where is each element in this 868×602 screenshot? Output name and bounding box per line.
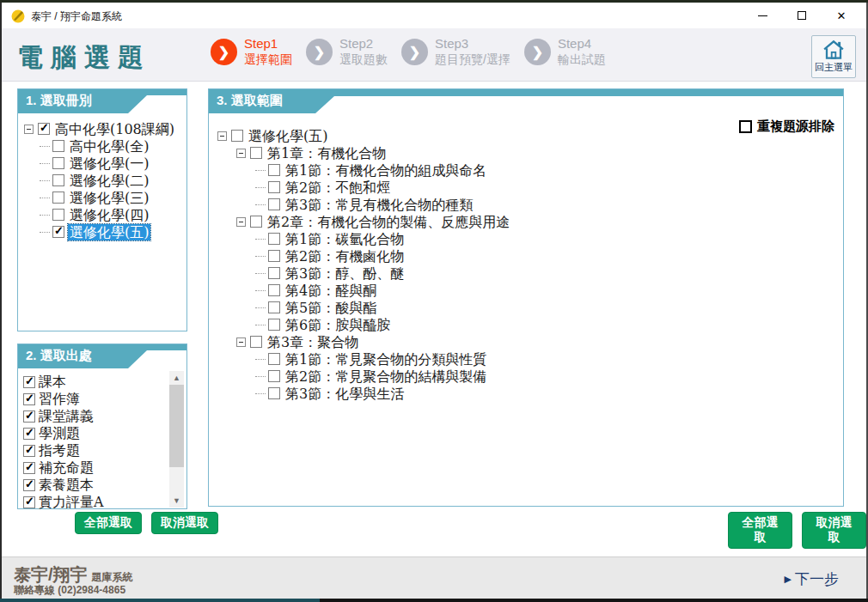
tree-checkbox[interactable]: [268, 198, 280, 210]
panel-range-header: 3. 選取範圍: [209, 89, 843, 113]
tree-item-label[interactable]: 第6節：胺與醯胺: [284, 317, 392, 333]
tree-connector: [40, 180, 50, 181]
tree-checkbox[interactable]: [268, 267, 280, 279]
tree-checkbox[interactable]: [268, 164, 280, 176]
expand-toggle-icon[interactable]: [236, 337, 246, 347]
tree-checkbox[interactable]: [268, 284, 280, 296]
tree-checkbox[interactable]: [268, 250, 280, 262]
source-item-label[interactable]: 課本: [39, 374, 66, 392]
tree-item-label[interactable]: 選修化學(三): [68, 190, 150, 206]
source-checkbox[interactable]: [23, 445, 35, 457]
source-checkbox[interactable]: [23, 393, 35, 405]
expand-toggle-icon[interactable]: [236, 149, 246, 158]
source-select-all-button[interactable]: 全部選取: [75, 512, 142, 534]
tree-item-label[interactable]: 選修化學(五): [68, 224, 150, 240]
scrollbar-thumb[interactable]: [169, 385, 184, 467]
tree-item-label[interactable]: 第5節：酸與酯: [284, 300, 378, 316]
source-checkbox[interactable]: [23, 376, 35, 388]
tree-checkbox[interactable]: [268, 370, 280, 382]
source-checkbox[interactable]: [23, 410, 35, 423]
source-checkbox[interactable]: [23, 496, 35, 508]
source-item-label[interactable]: 素養題本: [39, 477, 94, 495]
tree-checkbox[interactable]: [268, 181, 280, 193]
source-item-label[interactable]: 課堂講義: [39, 408, 94, 426]
source-item-label[interactable]: 學測題: [39, 425, 80, 443]
tree-checkbox[interactable]: [250, 336, 262, 348]
brand-name: 泰宇/翔宇: [14, 565, 88, 584]
scroll-up-icon[interactable]: ▲: [169, 371, 184, 385]
scroll-down-icon[interactable]: ▼: [169, 494, 184, 508]
tree-checkbox[interactable]: [268, 301, 280, 313]
source-item-label[interactable]: 補充命題: [39, 459, 94, 477]
expand-toggle-icon[interactable]: [24, 125, 34, 134]
tree-item-label[interactable]: 第2節：不飽和烴: [284, 179, 392, 196]
tree-checkbox[interactable]: [52, 140, 64, 152]
tree-checkbox[interactable]: [52, 157, 64, 169]
home-menu-button[interactable]: 回主選單: [811, 35, 856, 78]
tree-checkbox[interactable]: [268, 353, 280, 365]
tree-checkbox[interactable]: [268, 233, 280, 245]
tree-item-label[interactable]: 選修化學(五): [247, 128, 329, 144]
tree-item-label[interactable]: 第1節：常見聚合物的分類與性質: [284, 351, 488, 368]
tree-item-label[interactable]: 第1節：碳氫化合物: [284, 231, 406, 247]
source-item: 指考題: [23, 442, 186, 459]
tree-item: 第3節：化學與生活: [212, 385, 843, 402]
volume-tree: 高中化學(108課綱)高中化學(全)選修化學(一)選修化學(二)選修化學(三)選…: [18, 113, 186, 240]
tree-item-label[interactable]: 第2節：有機鹵化物: [284, 248, 406, 265]
tree-item-label[interactable]: 第1章：有機化合物: [266, 145, 388, 161]
duplicate-filter-checkbox[interactable]: [739, 120, 752, 133]
step-2[interactable]: ❯Step2選取題數: [306, 36, 388, 67]
step-indicator: ❯Step1選擇範圍❯Step2選取題數❯Step3題目預覽/選擇❯Step4輸…: [211, 36, 620, 67]
step-1[interactable]: ❯Step1選擇範圍: [211, 36, 292, 67]
tree-checkbox[interactable]: [250, 147, 262, 159]
tree-item-label[interactable]: 選修化學(一): [68, 155, 150, 172]
tree-checkbox[interactable]: [268, 319, 280, 331]
tree-item-label[interactable]: 第2節：常見聚合物的結構與製備: [284, 368, 488, 385]
tree-checkbox[interactable]: [268, 387, 280, 399]
tree-item: 第3節：常見有機化合物的種類: [212, 196, 843, 213]
tree-item-label[interactable]: 第3節：醇、酚、醚: [284, 265, 406, 282]
range-select-all-button[interactable]: 全部選取: [728, 512, 792, 549]
tree-item-label[interactable]: 選修化學(四): [68, 207, 150, 223]
expand-toggle-icon[interactable]: [217, 131, 227, 141]
tree-item-label[interactable]: 第1節：有機化合物的組成與命名: [284, 162, 488, 179]
tree-item-label[interactable]: 第2章：有機化合物的製備、反應與用途: [266, 214, 511, 230]
tree-item-label[interactable]: 高中化學(全): [68, 138, 150, 155]
source-checkbox[interactable]: [23, 428, 35, 440]
tree-item-label[interactable]: 第4節：醛與酮: [284, 283, 378, 299]
duplicate-source-filter[interactable]: 重複題源排除: [739, 119, 834, 135]
expand-toggle-icon[interactable]: [236, 217, 246, 227]
panel-header-ribbon: [209, 89, 843, 113]
range-deselect-button[interactable]: 取消選取: [802, 512, 866, 549]
minimize-button[interactable]: [743, 3, 782, 28]
source-item-label[interactable]: 指考題: [39, 442, 80, 460]
tree-item-label[interactable]: 高中化學(108課綱): [53, 121, 176, 137]
source-item-label[interactable]: 習作簿: [39, 391, 80, 409]
tree-checkbox[interactable]: [52, 192, 64, 204]
source-checkbox[interactable]: [23, 462, 35, 474]
tree-checkbox[interactable]: [38, 123, 50, 135]
source-item-label[interactable]: 實力評量A: [39, 494, 104, 512]
tree-connector: [255, 204, 266, 205]
tree-item: 第2章：有機化合物的製備、反應與用途: [212, 213, 843, 230]
next-step-button[interactable]: ▶ 下一步: [785, 569, 839, 589]
tree-item-label[interactable]: 選修化學(二): [68, 173, 150, 189]
source-checkbox[interactable]: [23, 479, 35, 491]
tree-checkbox[interactable]: [231, 130, 243, 142]
tree-checkbox[interactable]: [52, 226, 64, 238]
source-list-scrollbar[interactable]: ▲ ▼: [169, 371, 184, 508]
tree-connector: [40, 198, 50, 198]
tree-item: 第3節：醇、酚、醚: [212, 265, 843, 282]
duplicate-filter-label: 重複題源排除: [757, 119, 834, 135]
tree-checkbox[interactable]: [52, 209, 64, 221]
tree-item-label[interactable]: 第3節：化學與生活: [284, 386, 406, 402]
step-4[interactable]: ❯Step4輸出試題: [524, 36, 606, 67]
step-3[interactable]: ❯Step3題目預覽/選擇: [401, 36, 510, 67]
close-button[interactable]: ✕: [822, 3, 861, 28]
tree-item-label[interactable]: 第3節：常見有機化合物的種類: [284, 197, 474, 213]
tree-checkbox[interactable]: [52, 174, 64, 186]
source-deselect-button[interactable]: 取消選取: [151, 512, 218, 534]
maximize-button[interactable]: [782, 3, 822, 28]
tree-checkbox[interactable]: [250, 216, 262, 228]
tree-item-label[interactable]: 第3章：聚合物: [266, 334, 360, 350]
